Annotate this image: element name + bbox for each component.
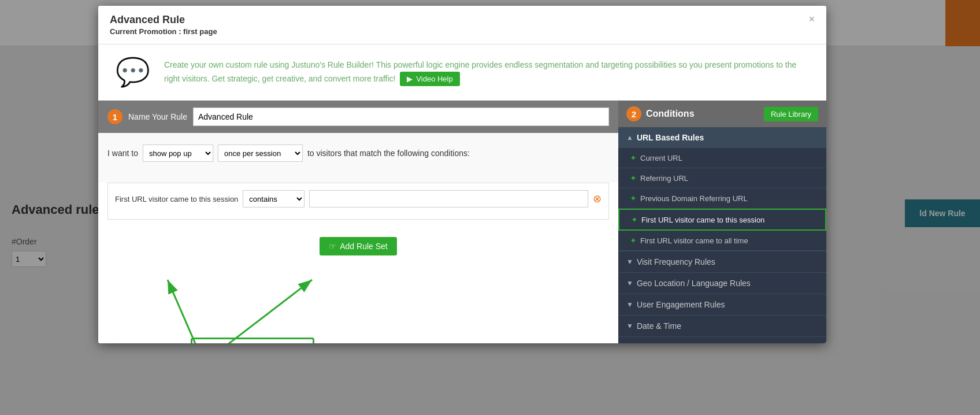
rule-label-prev-domain: Previous Domain Referring URL — [640, 194, 748, 203]
to-visitors-label: to visitors that match the following con… — [307, 149, 470, 158]
technological-rules-header[interactable]: ▼ Technological Rules — [618, 336, 826, 343]
modal-title: Advanced Rule — [110, 14, 217, 26]
intro-text: Create your own custom rule using Justun… — [164, 58, 809, 86]
url-based-rules-label: URL Based Rules — [637, 133, 704, 142]
conditions-title-area: 2 Conditions — [626, 106, 695, 121]
video-help-button[interactable]: ▶ Video Help — [400, 72, 459, 86]
rule-item-referring-url[interactable]: ✦ Referring URL — [618, 168, 826, 188]
visit-frequency-chevron: ▼ — [626, 258, 633, 266]
rule-item-first-url-all-time[interactable]: ✦ First URL visitor came to all time — [618, 231, 826, 251]
user-engagement-chevron: ▼ — [626, 301, 633, 309]
conditions-header: 2 Conditions Rule Library — [618, 101, 826, 127]
modal-subtitle-value: first page — [183, 27, 217, 36]
visit-frequency-label: Visit Frequency Rules — [637, 257, 715, 266]
date-time-label: Date & Time — [637, 321, 681, 331]
rule-name-label: Name Your Rule — [128, 112, 187, 121]
url-chevron-up: ▲ — [626, 134, 633, 142]
svg-line-2 — [168, 280, 196, 343]
arrows-svg — [162, 257, 335, 343]
i-want-to-label: I want to — [107, 149, 138, 158]
rule-label-referring-url: Referring URL — [640, 174, 688, 183]
left-panel: 1 Name Your Rule I want to show pop up h… — [98, 101, 618, 343]
modal-header: Advanced Rule Current Promotion : first … — [98, 6, 826, 45]
frequency-select[interactable]: once per session always once ever — [218, 144, 303, 162]
video-help-label: Video Help — [416, 75, 452, 83]
modal-intro: 💬 Create your own custom rule using Just… — [98, 45, 826, 101]
rule-label-first-url-session: First URL visitor came to this session — [641, 216, 764, 224]
rule-name-section: 1 Name Your Rule — [98, 101, 618, 133]
modal-close-button[interactable]: × — [808, 14, 815, 24]
rule-config-text: I want to show pop up hide pop up once p… — [107, 144, 609, 162]
svg-line-3 — [225, 280, 312, 343]
user-engagement-header[interactable]: ▼ User Engagement Rules — [618, 294, 826, 315]
rule-item-prev-domain[interactable]: ✦ Previous Domain Referring URL — [618, 188, 826, 209]
condition-label: First URL visitor came to this session — [115, 195, 238, 203]
add-rule-set-button[interactable]: ☞ Add Rule Set — [320, 237, 397, 255]
modal-header-info: Advanced Rule Current Promotion : first … — [110, 14, 217, 36]
rule-library-button[interactable]: Rule Library — [764, 107, 818, 121]
plus-icon-referring-url: ✦ — [630, 173, 637, 183]
drag-annotation-container: Drag and Drop on Grid — [191, 338, 314, 343]
conditions-badge: 2 — [626, 106, 641, 121]
action-select[interactable]: show pop up hide pop up — [143, 144, 213, 162]
visit-frequency-header[interactable]: ▼ Visit Frequency Rules — [618, 251, 826, 272]
user-engagement-label: User Engagement Rules — [637, 300, 725, 309]
modal-subtitle: Current Promotion : first page — [110, 27, 217, 36]
modal-body: 1 Name Your Rule I want to show pop up h… — [98, 101, 826, 343]
plus-icon-first-url-session: ✦ — [631, 215, 638, 224]
rule-item-current-url[interactable]: ✦ Current URL — [618, 148, 826, 168]
add-rule-set-label: Add Rule Set — [340, 242, 388, 251]
condition-row: First URL visitor came to this session c… — [115, 190, 602, 208]
play-icon: ▶ — [407, 75, 413, 83]
rule-label-current-url: Current URL — [640, 154, 682, 162]
condition-value-input[interactable] — [309, 190, 588, 208]
geo-location-header[interactable]: ▼ Geo Location / Language Rules — [618, 272, 826, 294]
date-time-header[interactable]: ▼ Date & Time — [618, 315, 826, 336]
condition-operator-select[interactable]: contains equals starts with ends with — [243, 190, 305, 208]
condition-remove-button[interactable]: ⊗ — [593, 192, 602, 205]
technological-label: Technological Rules — [637, 343, 709, 343]
plus-icon-prev-domain: ✦ — [630, 194, 637, 203]
geo-location-chevron: ▼ — [626, 279, 633, 287]
condition-area: First URL visitor came to this session c… — [107, 183, 609, 220]
date-time-chevron: ▼ — [626, 322, 633, 330]
rule-item-first-url-session[interactable]: ✦ First URL visitor came to this session — [618, 209, 826, 231]
url-based-rules-header[interactable]: ▲ URL Based Rules — [618, 127, 826, 148]
modal: Advanced Rule Current Promotion : first … — [98, 6, 826, 343]
plus-icon-first-url-all-time: ✦ — [630, 236, 637, 245]
intro-paragraph: Create your own custom rule using Justun… — [164, 60, 796, 83]
rule-name-input[interactable] — [193, 108, 609, 126]
plus-icon-current-url: ✦ — [630, 153, 637, 162]
rule-config-section: I want to show pop up hide pop up once p… — [98, 133, 618, 183]
right-panel: 2 Conditions Rule Library ▲ URL Based Ru… — [618, 101, 826, 343]
conditions-title: Conditions — [646, 109, 695, 119]
modal-subtitle-prefix: Current Promotion : — [110, 27, 183, 36]
geo-location-label: Geo Location / Language Rules — [637, 279, 751, 288]
step1-badge: 1 — [107, 109, 122, 124]
rule-label-first-url-all-time: First URL visitor came to all time — [640, 236, 748, 245]
chat-icon: 💬 — [116, 56, 150, 88]
hand-icon: ☞ — [329, 242, 336, 251]
